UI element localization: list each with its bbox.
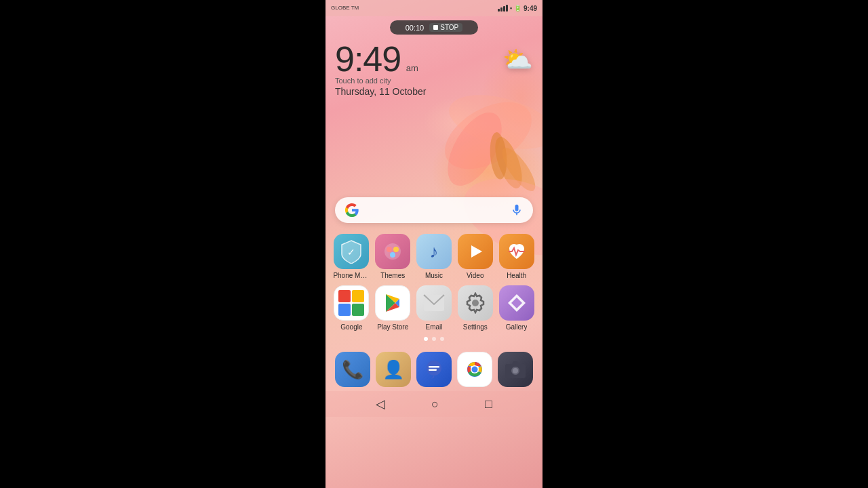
svg-point-18 (472, 300, 479, 306)
google-label: Google (340, 323, 362, 331)
gallery-label: Gallery (506, 323, 528, 331)
svg-text:✓: ✓ (347, 247, 355, 258)
dock: 📞 👤 (326, 345, 542, 391)
play-store-icon (375, 285, 410, 321)
signal-bar-3 (503, 6, 505, 12)
nav-bar: ◁ ○ □ (326, 391, 542, 417)
messages-icon (416, 352, 452, 387)
dock-phone[interactable]: 📞 (332, 352, 373, 387)
app-settings[interactable]: Settings (456, 285, 494, 331)
app-health[interactable]: Health (497, 234, 536, 280)
svg-point-32 (513, 368, 518, 373)
app-phone-manager[interactable]: ✓ Phone Man... (332, 234, 371, 280)
stop-button[interactable]: STOP (429, 23, 462, 32)
recording-timer: 00:10 (406, 24, 425, 32)
dock-contacts[interactable]: 👤 (373, 352, 414, 387)
recording-bar: 00:10 STOP (390, 20, 478, 35)
mic-icon[interactable] (510, 203, 524, 217)
status-time: 9:49 (524, 5, 537, 12)
left-black-area (0, 0, 326, 488)
svg-point-10 (393, 247, 399, 252)
google-green (352, 304, 364, 316)
app-play-store[interactable]: Play Store (374, 285, 412, 331)
app-row-1: ✓ Phone Man... Themes (326, 234, 542, 280)
recording-bar-wrapper: 00:10 STOP (326, 18, 542, 37)
clock-info: 9:49 am Touch to add city Thursday, 11 O… (335, 41, 426, 97)
back-button[interactable]: ◁ (376, 396, 385, 411)
svg-point-9 (387, 247, 392, 252)
music-label: Music (425, 272, 443, 280)
clock-ampm: am (406, 63, 418, 73)
wifi-icon: ▪ (510, 5, 512, 12)
video-label: Video (467, 272, 484, 280)
app-google[interactable]: Google (332, 285, 371, 331)
svg-rect-23 (429, 369, 437, 371)
clock-area: 9:49 am Touch to add city Thursday, 11 O… (326, 39, 542, 102)
search-bar[interactable] (335, 197, 533, 223)
battery-icon: 🔋 (514, 5, 521, 12)
right-black-area (542, 0, 868, 488)
app-music[interactable]: ♪ Music (415, 234, 454, 280)
svg-point-5 (497, 143, 541, 195)
signal-bar-1 (498, 9, 500, 12)
svg-point-2 (437, 104, 513, 195)
app-email[interactable]: Email (415, 285, 454, 331)
signal-bar-4 (506, 5, 508, 12)
dock-camera[interactable] (495, 352, 536, 387)
clock-date: Thursday, 11 October (335, 86, 426, 97)
contacts-icon: 👤 (376, 352, 411, 387)
google-blue (338, 304, 351, 316)
google-app-icon (334, 285, 369, 321)
svg-point-21 (427, 361, 441, 375)
carrier-info: GLOBE TM (331, 5, 359, 11)
svg-point-0 (433, 88, 542, 182)
play-store-label: Play Store (377, 323, 408, 331)
music-note-icon: ♪ (429, 241, 438, 262)
svg-point-11 (390, 252, 395, 258)
dot-3[interactable] (440, 337, 444, 341)
dock-chrome[interactable] (454, 352, 495, 387)
weather-icon[interactable]: ⛅ (502, 45, 533, 74)
add-city-label[interactable]: Touch to add city (335, 77, 426, 85)
stop-label: STOP (440, 24, 458, 31)
camera-icon (498, 352, 533, 387)
email-label: Email (425, 323, 442, 331)
clock-time-wrapper: 9:49 am (335, 41, 426, 77)
app-themes[interactable]: Themes (374, 234, 412, 280)
home-button[interactable]: ○ (431, 397, 439, 411)
app-row-2: Google Play Store (326, 285, 542, 331)
app-gallery[interactable]: Gallery (497, 285, 536, 331)
svg-marker-12 (471, 245, 482, 258)
contacts-symbol: 👤 (382, 359, 404, 380)
svg-point-4 (488, 131, 509, 180)
health-label: Health (507, 272, 526, 280)
email-icon (416, 285, 452, 321)
stop-icon (433, 25, 438, 30)
google-yellow (352, 290, 364, 302)
status-indicators: ▪ 🔋 9:49 (498, 5, 537, 12)
themes-icon (375, 234, 410, 269)
page-dots (326, 337, 542, 341)
music-icon: ♪ (416, 234, 452, 269)
carrier-name: GLOBE TM (331, 5, 359, 11)
app-video[interactable]: Video (456, 234, 494, 280)
phone-manager-label: Phone Man... (333, 272, 370, 280)
dot-2[interactable] (432, 337, 436, 341)
phone-symbol: 📞 (342, 359, 363, 380)
clock-time: 9:49 (335, 39, 401, 79)
dot-1[interactable] (424, 337, 428, 341)
status-bar: GLOBE TM ▪ 🔋 9:49 (326, 0, 542, 16)
recents-button[interactable]: □ (485, 397, 492, 411)
phone-screen: GLOBE TM ▪ 🔋 9:49 00:10 STOP (326, 0, 542, 488)
themes-label: Themes (380, 272, 405, 280)
google-grid (334, 286, 368, 320)
video-icon (458, 234, 493, 269)
chrome-icon (457, 352, 492, 387)
phone-manager-icon: ✓ (334, 234, 369, 269)
svg-rect-22 (429, 366, 439, 368)
settings-label: Settings (463, 323, 488, 331)
settings-icon (458, 285, 493, 321)
svg-point-3 (490, 134, 528, 191)
signal-bars (498, 5, 508, 12)
dock-messages[interactable] (414, 352, 454, 387)
